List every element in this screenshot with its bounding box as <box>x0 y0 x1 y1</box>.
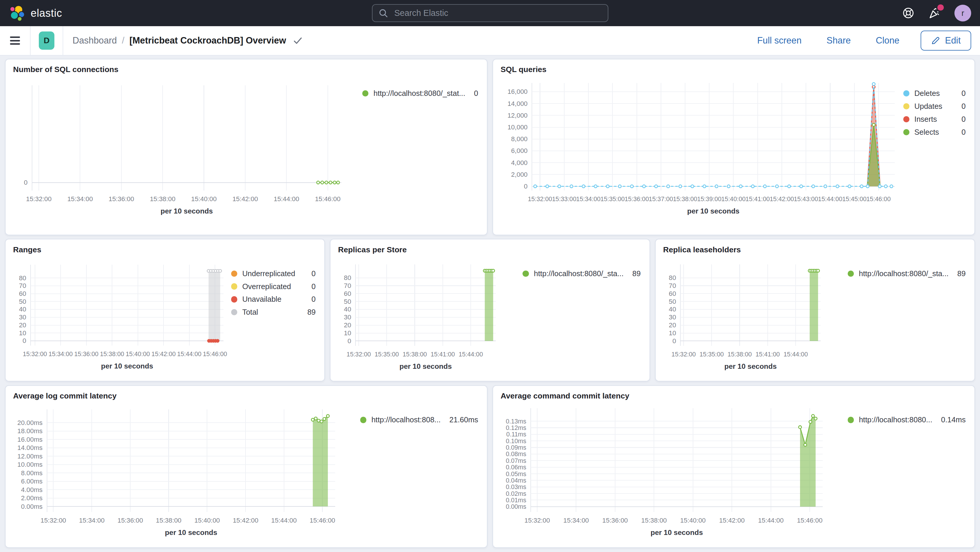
svg-text:15:40:00: 15:40:00 <box>194 517 220 524</box>
svg-text:80: 80 <box>344 274 352 282</box>
notification-dot <box>937 5 943 11</box>
user-menu-button[interactable]: r <box>955 5 971 21</box>
svg-text:14.00ms: 14.00ms <box>18 444 43 452</box>
help-button[interactable] <box>902 7 914 19</box>
chart-sql-queries[interactable]: 02,0004,0006,0008,00010,00012,00014,0001… <box>497 74 902 224</box>
chart-number-of-sql-connections[interactable]: 015:32:0015:34:0015:36:0015:38:0015:40:0… <box>10 74 350 224</box>
legend-item[interactable]: Overreplicated0 <box>231 282 316 291</box>
svg-text:15:38:00: 15:38:00 <box>641 517 667 524</box>
svg-text:20: 20 <box>669 321 676 329</box>
svg-text:6,000: 6,000 <box>511 147 528 154</box>
chart-average-command-commit-latency[interactable]: 0.00ms0.01ms0.02ms0.03ms0.04ms0.05ms0.06… <box>497 401 832 543</box>
chart-replica-leaseholders[interactable]: 0102030405060708015:32:0015:35:0015:38:0… <box>659 255 827 377</box>
svg-text:15:32:00: 15:32:00 <box>524 517 550 524</box>
chart-ranges[interactable]: 0102030405060708015:32:0015:34:0015:36:0… <box>10 255 231 377</box>
legend-series-label: Total <box>242 308 258 317</box>
legend-item[interactable]: Updates0 <box>903 102 966 111</box>
legend-series-label: Unavailable <box>242 295 282 304</box>
page-title: [Metricbeat CockroachDB] Overview <box>129 35 286 46</box>
svg-text:0.12ms: 0.12ms <box>506 424 526 431</box>
share-button[interactable]: Share <box>823 35 854 46</box>
legend-item[interactable]: Underreplicated0 <box>231 269 316 278</box>
svg-text:15:32:00: 15:32:00 <box>347 350 371 358</box>
panel-title: Number of SQL connections <box>6 59 487 74</box>
chart-legend: http://localhost:808...21.60ms <box>360 401 481 424</box>
dashboard-row: Number of SQL connections 015:32:0015:34… <box>5 59 975 235</box>
panel-ranges[interactable]: Ranges 0102030405060708015:32:0015:34:00… <box>5 239 325 382</box>
legend-series-value: 0 <box>474 89 478 98</box>
legend-series-dot-icon <box>231 283 237 290</box>
chart-legend: http://localhost:8080/_stat...0 <box>362 74 481 98</box>
svg-text:per 10 seconds: per 10 seconds <box>101 362 153 370</box>
panel-title: SQL queries <box>493 59 974 74</box>
svg-text:15:32:00: 15:32:00 <box>671 350 696 358</box>
svg-text:15:46:00: 15:46:00 <box>310 517 335 524</box>
menu-toggle-button[interactable] <box>0 26 30 55</box>
legend-item[interactable]: http://localhost:8080...0.14ms <box>848 415 966 424</box>
breadcrumb-dashboard-link[interactable]: Dashboard <box>73 35 117 46</box>
svg-text:15:42:00: 15:42:00 <box>719 517 745 524</box>
legend-item[interactable]: http://localhost:8080/_sta...89 <box>522 269 640 278</box>
legend-item[interactable]: http://localhost:8080/_stat...0 <box>362 89 478 98</box>
svg-text:0.06ms: 0.06ms <box>506 464 526 471</box>
legend-series-value: 0 <box>961 102 966 111</box>
legend-series-value: 0 <box>311 295 315 304</box>
svg-text:15:44:00: 15:44:00 <box>459 350 483 358</box>
legend-series-label: Selects <box>915 128 939 137</box>
chart-average-log-commit-latency[interactable]: 0.00ms2.00ms4.00ms6.00ms8.00ms10.00ms12.… <box>10 401 344 543</box>
panel-sql-queries[interactable]: SQL queries 02,0004,0006,0008,00010,0001… <box>493 59 975 235</box>
legend-item[interactable]: http://localhost:808...21.60ms <box>360 415 478 424</box>
chart-legend: Underreplicated0Overreplicated0Unavailab… <box>231 255 318 317</box>
legend-series-dot-icon <box>360 417 366 423</box>
legend-item[interactable]: Inserts0 <box>903 115 966 124</box>
svg-text:0.00ms: 0.00ms <box>506 503 526 511</box>
header-actions: r <box>902 5 971 21</box>
legend-items: Underreplicated0Overreplicated0Unavailab… <box>231 269 316 317</box>
panel-average-log-commit-latency[interactable]: Average log commit latency 0.00ms2.00ms4… <box>5 385 487 548</box>
legend-item[interactable]: Selects0 <box>903 128 966 137</box>
space-selector-badge[interactable]: D <box>39 32 54 50</box>
svg-text:15:38:00: 15:38:00 <box>728 350 752 358</box>
svg-text:10,000: 10,000 <box>508 124 528 131</box>
legend-series-label: Underreplicated <box>242 269 295 278</box>
panel-number-of-sql-connections[interactable]: Number of SQL connections 015:32:0015:34… <box>5 59 487 235</box>
legend-series-dot-icon <box>231 270 237 277</box>
search-input[interactable] <box>393 8 601 19</box>
breadcrumb-separator: / <box>122 35 125 46</box>
svg-text:60: 60 <box>669 290 676 297</box>
svg-text:15:44:00: 15:44:00 <box>818 196 842 203</box>
svg-text:40: 40 <box>669 305 676 313</box>
svg-text:15:32:00: 15:32:00 <box>26 195 51 203</box>
panel-title: Average log commit latency <box>6 386 487 401</box>
svg-text:per 10 seconds: per 10 seconds <box>724 362 777 370</box>
news-feed-button[interactable] <box>928 7 941 19</box>
panel-average-command-commit-latency[interactable]: Average command commit latency 0.00ms0.0… <box>493 385 975 548</box>
svg-text:15:34:00: 15:34:00 <box>563 517 589 524</box>
legend-series-value: 89 <box>957 269 966 278</box>
panel-replicas-per-store[interactable]: Replicas per Store 0102030405060708015:3… <box>330 239 650 382</box>
chart-replicas-per-store[interactable]: 0102030405060708015:32:0015:35:0015:38:0… <box>334 255 502 377</box>
legend-item[interactable]: http://localhost:8080/_sta...89 <box>848 269 966 278</box>
elastic-logo[interactable]: elastic <box>9 5 62 21</box>
svg-text:15:44:00: 15:44:00 <box>274 195 299 203</box>
toolbar-divider <box>30 26 30 55</box>
legend-item[interactable]: Total89 <box>231 308 316 317</box>
title-check-icon[interactable] <box>293 37 302 45</box>
panel-replica-leaseholders[interactable]: Replica leaseholders 0102030405060708015… <box>655 239 975 382</box>
global-search-bar[interactable] <box>372 4 608 22</box>
svg-text:15:42:00: 15:42:00 <box>232 195 258 203</box>
legend-item[interactable]: Unavailable0 <box>231 295 316 304</box>
svg-text:15:44:00: 15:44:00 <box>271 517 297 524</box>
edit-button[interactable]: Edit <box>921 30 971 51</box>
legend-item[interactable]: Deletes0 <box>903 89 966 98</box>
svg-text:15:35:00: 15:35:00 <box>375 350 399 358</box>
full-screen-button[interactable]: Full screen <box>754 35 805 46</box>
svg-text:10: 10 <box>344 329 352 337</box>
svg-text:per 10 seconds: per 10 seconds <box>651 529 703 537</box>
svg-text:0.03ms: 0.03ms <box>506 484 526 491</box>
clone-button[interactable]: Clone <box>872 35 903 46</box>
svg-text:6.00ms: 6.00ms <box>21 477 42 485</box>
svg-text:0: 0 <box>673 337 676 344</box>
svg-text:15:38:00: 15:38:00 <box>673 196 697 203</box>
legend-series-dot-icon <box>231 296 237 302</box>
